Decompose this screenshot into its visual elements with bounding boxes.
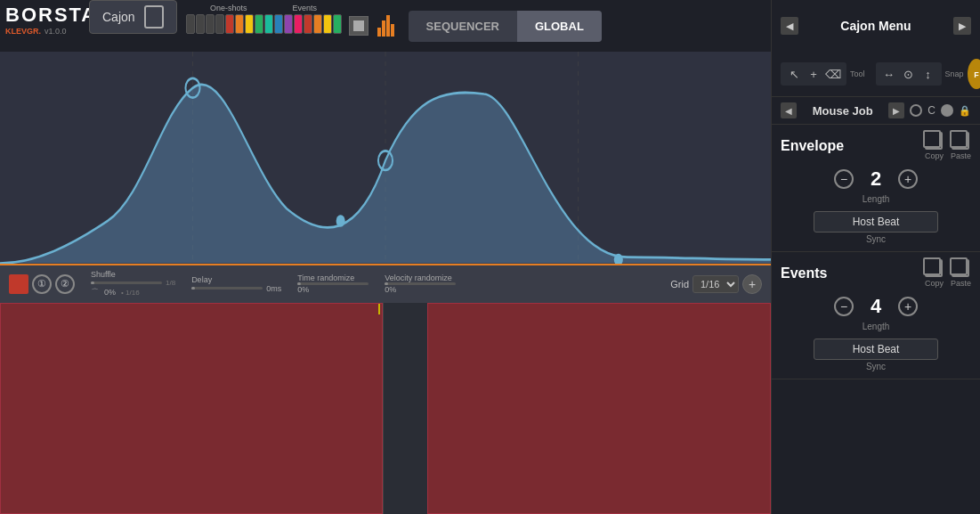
key-5[interactable] xyxy=(225,14,234,34)
envelope-length-plus[interactable]: + xyxy=(898,169,918,189)
key-6[interactable] xyxy=(235,14,244,34)
snap-horiz-icon[interactable]: ↔ xyxy=(880,65,898,83)
instrument-icon xyxy=(144,5,164,29)
envelope-copy-button[interactable]: Copy xyxy=(925,132,944,160)
shuffle-sub: 1/8 xyxy=(166,279,175,287)
plus-icon[interactable]: + xyxy=(805,65,822,83)
mouse-job-row: ◀ Mouse Job ▶ C 🔒 xyxy=(772,97,980,125)
events-length-row: − 4 + xyxy=(834,295,918,318)
tool-label: Tool xyxy=(850,69,865,78)
add-button[interactable]: + xyxy=(742,274,762,294)
grid-group: Grid 1/16 + xyxy=(670,274,762,294)
events-sync-select[interactable]: Host Beat xyxy=(814,339,938,360)
key-9[interactable] xyxy=(264,14,273,34)
mouse-job-next[interactable]: ▶ xyxy=(888,102,904,118)
envelope-svg xyxy=(0,52,771,264)
snap-magnet-icon[interactable]: ⊙ xyxy=(900,65,918,83)
shuffle-value: 0% xyxy=(104,288,116,297)
events-paste-label: Paste xyxy=(951,279,971,288)
svg-rect-10 xyxy=(927,134,936,143)
record-button[interactable] xyxy=(9,274,28,294)
velocity-randomize-slider[interactable] xyxy=(385,282,456,285)
envelope-sync-select[interactable]: Host Beat xyxy=(814,211,938,233)
envelope-section: Envelope Copy xyxy=(772,125,980,252)
time-randomize-label: Time randomize xyxy=(297,273,369,282)
events-section-header: Events Copy xyxy=(781,259,971,288)
mouse-job-lock-icon: 🔒 xyxy=(959,105,971,117)
instrument-label: Cajon xyxy=(102,10,135,24)
events-copy-icon xyxy=(925,259,943,277)
loop-button-1[interactable]: ① xyxy=(32,274,52,294)
seq-block-1[interactable] xyxy=(0,303,383,515)
velocity-randomize-control: Velocity randomize 0% xyxy=(385,273,456,294)
erase-icon[interactable]: ⌫ xyxy=(824,65,842,83)
snap-vert-icon[interactable]: ↕ xyxy=(919,65,937,83)
key-10[interactable] xyxy=(274,14,283,34)
events-length-value: 4 xyxy=(863,295,889,318)
cursor-icon[interactable]: ↖ xyxy=(785,65,803,83)
events-length-plus[interactable]: + xyxy=(898,297,918,316)
sequencer-tab[interactable]: SEQUENCER xyxy=(409,11,517,42)
envelope-length-value: 2 xyxy=(863,167,889,191)
fine-button[interactable]: F xyxy=(968,59,980,89)
envelope-paste-button[interactable]: Paste xyxy=(951,132,971,160)
shuffle-slider[interactable] xyxy=(91,281,162,284)
stop-icon xyxy=(353,20,364,31)
envelope-title: Envelope xyxy=(781,138,844,154)
instrument-button[interactable]: Cajon xyxy=(89,0,177,34)
key-15[interactable] xyxy=(323,14,332,34)
key-16[interactable] xyxy=(333,14,342,34)
mouse-job-status-icon xyxy=(910,104,922,117)
key-2[interactable] xyxy=(196,14,205,34)
cajon-prev-button[interactable]: ◀ xyxy=(781,17,798,35)
mouse-job-prev[interactable]: ◀ xyxy=(781,102,797,118)
key-12[interactable] xyxy=(294,14,303,34)
time-randomize-slider[interactable] xyxy=(297,282,369,285)
seq-block-2[interactable] xyxy=(427,303,771,515)
events-length-control: − 4 + Length xyxy=(781,295,971,331)
events-length-minus[interactable]: − xyxy=(834,297,854,316)
velocity-randomize-value: 0% xyxy=(385,285,456,294)
envelope-copy-paste: Copy Paste xyxy=(925,132,971,160)
envelope-length-minus[interactable]: − xyxy=(834,169,854,189)
key-8[interactable] xyxy=(255,14,263,34)
shuffle-icon: ⌒ xyxy=(91,287,99,298)
tools-row: ↖ + ⌫ Tool ↔ ⊙ ↕ Snap F Fine xyxy=(772,52,980,97)
key-13[interactable] xyxy=(304,14,312,34)
key-7[interactable] xyxy=(245,14,254,34)
svg-point-5 xyxy=(336,215,345,227)
svg-rect-16 xyxy=(953,261,963,271)
seq-global-toggle[interactable]: SEQUENCER GLOBAL xyxy=(409,11,602,42)
delay-value: 0ms xyxy=(266,284,281,293)
time-randomize-control: Time randomize 0% xyxy=(297,273,369,294)
events-paste-button[interactable]: Paste xyxy=(951,259,971,288)
envelope-sync-control: Host Beat Sync xyxy=(781,211,971,244)
velocity-randomize-label: Velocity randomize xyxy=(385,273,456,282)
mouse-job-title: Mouse Job xyxy=(802,104,883,118)
time-randomize-value: 0% xyxy=(297,285,369,294)
key-4[interactable] xyxy=(215,14,224,34)
cajon-next-button[interactable]: ▶ xyxy=(953,17,971,35)
play-stop-group: ① ② xyxy=(9,274,75,294)
marker-1 xyxy=(378,304,380,314)
sequencer-area xyxy=(0,303,771,515)
envelope-copy-label: Copy xyxy=(925,151,944,160)
envelope-paste-label: Paste xyxy=(951,151,971,160)
key-3[interactable] xyxy=(206,14,215,34)
mouse-job-c-label: C xyxy=(927,104,935,117)
events-copy-button[interactable]: Copy xyxy=(925,259,944,288)
stop-button[interactable] xyxy=(349,16,369,36)
key-11[interactable] xyxy=(284,14,293,34)
events-paste-icon xyxy=(952,259,969,277)
loop-button-2[interactable]: ② xyxy=(55,274,75,294)
key-14[interactable] xyxy=(313,14,322,34)
envelope-sync-label: Sync xyxy=(866,234,886,244)
key-1[interactable] xyxy=(186,14,195,34)
delay-label: Delay xyxy=(191,275,281,284)
app-brand: KLEVGR. v1.0.0 xyxy=(5,27,84,36)
delay-slider[interactable] xyxy=(191,287,263,290)
events-label: Events xyxy=(293,4,318,12)
keyboard-section: One-shots Events xyxy=(186,0,342,52)
grid-select[interactable]: 1/16 xyxy=(692,275,739,293)
global-tab[interactable]: GLOBAL xyxy=(517,11,602,42)
